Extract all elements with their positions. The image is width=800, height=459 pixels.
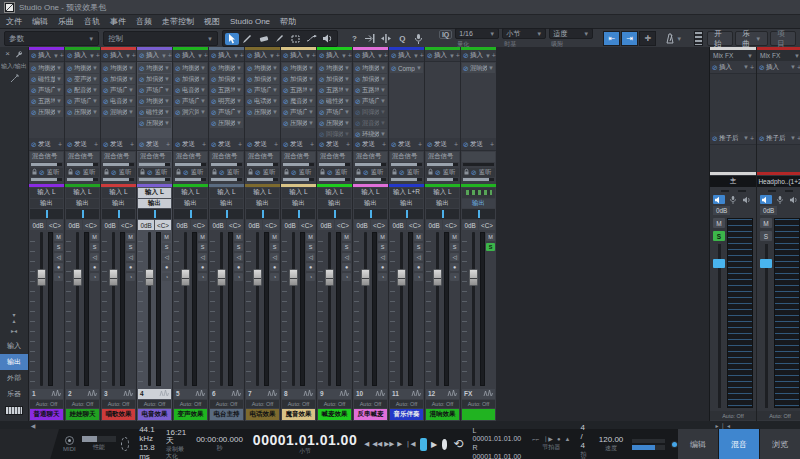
add-insert-icon[interactable]: + [384,52,388,59]
tempo-toggle[interactable] [671,441,679,448]
record-button[interactable] [442,439,448,450]
insert-slot[interactable]: ⊘五路均衡▼ [30,96,63,106]
solo-button[interactable]: S [162,243,171,251]
insert-slot[interactable]: ⊘配音效果▼ [66,85,99,95]
listen-tool-button[interactable] [321,33,335,45]
power-icon[interactable]: ⊘ [139,109,145,116]
fader-track[interactable] [468,232,479,386]
output-route[interactable]: 输出 [390,199,423,209]
solo-button[interactable]: S [270,243,279,251]
power-icon[interactable]: ⊘ [283,76,289,83]
monitor-button[interactable]: ◁ [234,253,243,261]
fader-track[interactable] [432,232,443,386]
chevron-down-icon[interactable]: ▼ [56,87,62,93]
insert-slot[interactable]: ⊘均衡效果▼ [102,63,135,73]
pan-value[interactable]: <C> [335,220,351,231]
chevron-down-icon[interactable]: ▼ [272,87,278,93]
volume-value[interactable]: 0dB [713,206,730,215]
channel-name-label[interactable]: 混响效果 [426,409,459,420]
record-arm-button[interactable]: ● [198,263,207,271]
menu-item-音频[interactable]: 音频 [136,16,152,27]
volume-value[interactable]: 0dB [426,220,442,231]
listen-send[interactable]: ⊘监听 [30,168,63,178]
add-insert-icon[interactable]: + [348,52,352,59]
insert-slot[interactable]: ⊘均衡效果▼ [246,63,279,73]
listen-send[interactable]: ⊘监听 [66,168,99,178]
add-send-icon[interactable]: + [274,141,278,148]
record-arm-button[interactable]: ● [342,263,351,271]
power-icon[interactable]: ⊘ [355,98,361,105]
power-icon[interactable]: ⊘ [31,76,37,83]
power-icon[interactable]: ⊘ [67,87,73,94]
channel-number-row[interactable]: 10 [354,389,387,399]
power-icon[interactable]: ⊘ [283,52,289,59]
insert-slot[interactable]: ⊘声场广阔▼ [318,107,351,117]
listen-level-bar[interactable] [31,178,62,181]
add-send-icon[interactable]: + [382,141,386,148]
power-icon[interactable]: ⊘ [211,87,217,94]
sends-header[interactable]: ⊘发送+ [245,138,280,151]
channel-name-label[interactable]: 电音效果 [138,409,171,420]
send-level-bar[interactable] [139,163,170,166]
insert-slot[interactable]: ⊘电音效果▼ [102,96,135,106]
pan-value[interactable]: <C> [299,220,315,231]
send-slot[interactable]: 混合信号 [210,152,243,162]
automation-mode[interactable]: Auto: Off [210,400,243,409]
power-icon[interactable]: ⊘ [463,141,469,148]
add-insert-icon[interactable]: + [276,52,280,59]
insert-slot[interactable]: ⊘均衡效果▼ [210,63,243,73]
solo-button[interactable]: S [90,243,99,251]
power-icon[interactable]: ⊘ [67,98,73,105]
send-level-bar[interactable] [247,163,278,166]
inserts-header[interactable]: ⊘插入▼+ [29,50,64,63]
send-slot[interactable]: 混合信号 [30,152,63,162]
channel-number-row[interactable]: 5 [174,389,207,399]
listen-send[interactable]: ⊘监听 [138,168,171,178]
return-to-zero-button[interactable]: ❘◀ [405,440,415,448]
monitor-button[interactable]: ◁ [162,253,171,261]
power-icon[interactable]: ⊘ [319,87,325,94]
chevron-down-icon[interactable]: ▼ [164,120,170,126]
speaker-icon[interactable] [713,195,725,204]
insert-slot[interactable]: ⊘压限效果▼ [66,107,99,117]
add-insert-icon[interactable]: + [456,52,460,59]
power-icon[interactable]: ⊘ [319,141,325,148]
follow-playhead-icon[interactable] [364,33,377,45]
keyboard-icon[interactable] [5,406,23,415]
inserts-header[interactable]: ⊘插入▼+ [281,50,316,63]
automation-mode[interactable]: Auto: Off [757,411,800,420]
power-icon[interactable]: ⊘ [139,141,145,148]
insert-slot[interactable]: ⊘均衡效果▼ [282,63,315,73]
insert-slot[interactable]: ⊘加倍效果▼ [354,74,387,84]
output-route[interactable]: 输出 [138,199,171,209]
chevron-down-icon[interactable]: ▼ [53,53,59,59]
pan-value[interactable]: <C> [83,220,99,231]
power-icon[interactable]: ⊘ [175,76,181,83]
insert-slot[interactable]: ⊘磁性放大▼ [30,74,63,84]
fader-track[interactable] [396,232,407,386]
monitor-button[interactable]: ◁ [54,253,63,261]
mute-button[interactable]: M [198,233,207,241]
power-icon[interactable]: ⊘ [211,52,217,59]
monitor-button[interactable]: ◁ [126,253,135,261]
mixfx-header[interactable]: Mix FX▼ [757,50,800,61]
insert-slot[interactable]: ⊘五路均衡▼ [354,85,387,95]
fader-handle[interactable] [37,269,46,286]
listen-level-bar[interactable] [67,178,98,181]
power-icon[interactable]: ⊘ [139,87,145,94]
add-insert-icon[interactable]: + [420,52,424,59]
page-button-乐曲[interactable]: 乐曲▼ [735,31,768,46]
record-arm-button[interactable]: ● [378,263,387,271]
power-icon[interactable]: ⊘ [463,52,469,59]
power-icon[interactable]: ⊘ [139,52,145,59]
insert-slot[interactable]: ⊘声场广阔▼ [282,107,315,117]
power-icon[interactable]: ⊘ [211,141,217,148]
volume-value[interactable]: 0dB [760,206,777,215]
pan-control[interactable] [354,209,387,219]
eraser-tool-button[interactable] [257,33,271,45]
pencil-tool-button[interactable] [241,33,255,45]
pan-control[interactable] [30,209,63,219]
rewind-button[interactable]: ◀◀ [372,440,382,448]
volume-value[interactable]: 0dB [318,220,334,231]
power-icon[interactable]: ⊘ [435,169,441,176]
